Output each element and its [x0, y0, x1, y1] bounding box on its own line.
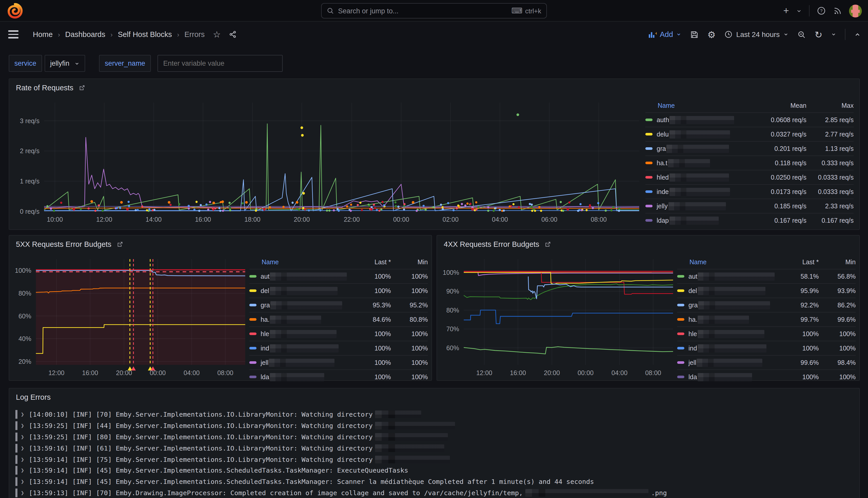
panel-title[interactable]: Rate of Requests	[16, 84, 86, 92]
zoom-out-icon[interactable]	[797, 30, 806, 39]
legend-series-name[interactable]: inde	[645, 184, 753, 199]
log-expand-chevron-icon[interactable]: ❯	[21, 445, 24, 451]
grafana-logo-icon[interactable]	[7, 3, 23, 19]
panel-title[interactable]: 5XX Requests Error Budgets	[16, 240, 124, 248]
refresh-icon[interactable]: ↻	[815, 29, 822, 40]
err5-chart-svg[interactable]: 20%40%60%80%100%12:0016:0020:0000:0004:0…	[11, 254, 247, 380]
log-expand-chevron-icon[interactable]: ❯	[21, 434, 24, 440]
legend-header-name[interactable]: Name	[645, 101, 753, 113]
help-icon[interactable]: ?	[817, 6, 826, 15]
legend-series-name[interactable]: del	[249, 283, 349, 298]
err4-chart[interactable]: 60%70%80%90%100%12:0016:0020:0000:0004:0…	[439, 254, 675, 382]
log-expand-chevron-icon[interactable]: ❯	[21, 411, 24, 418]
log-line[interactable]: ❯[13:59:25] [INF] [80] Emby.Server.Imple…	[15, 431, 854, 443]
series-grafana	[44, 174, 639, 211]
legend-series-name[interactable]: del	[677, 283, 777, 298]
favorite-star-icon[interactable]: ☆	[213, 29, 221, 40]
new-button[interactable]: +	[783, 5, 789, 16]
settings-gear-icon[interactable]: ⚙	[707, 29, 716, 40]
menu-toggle-icon[interactable]	[8, 30, 18, 39]
legend-value: 100%	[777, 326, 819, 341]
log-expand-chevron-icon[interactable]: ❯	[21, 422, 24, 429]
share-icon[interactable]	[229, 30, 237, 39]
collapse-chevron-up-icon[interactable]	[854, 31, 861, 38]
legend-series-name[interactable]: gra	[645, 141, 753, 156]
legend-series-name[interactable]: jell	[677, 355, 777, 369]
log-expand-chevron-icon[interactable]: ❯	[21, 467, 24, 474]
log-line[interactable]: ❯[13:59:25] [INF] [44] Emby.Server.Imple…	[15, 420, 854, 432]
legend-header-mean[interactable]: Mean	[753, 101, 806, 113]
legend-header-max[interactable]: Max	[806, 101, 854, 113]
noise-dot	[361, 209, 363, 211]
legend-header-last[interactable]: Last *	[349, 257, 391, 269]
legend-series-name[interactable]: gra	[249, 298, 349, 312]
breadcrumb-folder[interactable]: Self Host Blocks	[118, 30, 172, 39]
x-tick-label: 16:00	[82, 369, 98, 376]
annotation-marker[interactable]	[131, 366, 136, 370]
legend-header-min[interactable]: Min	[391, 257, 428, 269]
breadcrumb-dashboards[interactable]: Dashboards	[65, 30, 105, 39]
variable-service-select[interactable]: jellyfin	[45, 55, 85, 72]
external-link-icon[interactable]	[79, 84, 86, 91]
panel-title[interactable]: Log Errors	[16, 393, 51, 401]
legend-series-name[interactable]: ldap	[645, 213, 753, 227]
series-color-pill	[249, 333, 256, 335]
add-panel-button[interactable]: + Add	[648, 30, 681, 39]
legend-series-name[interactable]: lda	[249, 369, 349, 384]
log-line[interactable]: ❯[13:59:14] [INF] [45] Emby.Server.Imple…	[15, 465, 854, 476]
legend-series-name[interactable]: auth	[645, 113, 753, 127]
new-chevron-down-icon[interactable]	[796, 8, 802, 14]
noise-dot	[219, 210, 221, 212]
err4-chart-svg[interactable]: 60%70%80%90%100%12:0016:0020:0000:0004:0…	[439, 254, 675, 380]
noise-dot	[374, 207, 376, 209]
log-line[interactable]: ❯[13:59:13] [INF] [70] Emby.Drawing.Imag…	[15, 487, 854, 498]
log-line[interactable]: ❯[13:59:16] [INF] [61] Emby.Server.Imple…	[15, 443, 854, 454]
data-dot	[263, 208, 266, 211]
legend-series-name[interactable]: ha.t	[645, 156, 753, 170]
log-expand-chevron-icon[interactable]: ❯	[21, 478, 24, 485]
legend-series-name[interactable]: lda	[677, 369, 777, 384]
legend-series-name[interactable]: delu	[645, 127, 753, 141]
legend-header-last[interactable]: Last *	[777, 257, 819, 269]
rate-chart[interactable]: 0 req/s1 req/s2 req/s3 req/s10:0012:0014…	[14, 96, 642, 231]
legend-series-name[interactable]: ha.	[249, 312, 349, 326]
rate-chart-svg[interactable]: 0 req/s1 req/s2 req/s3 req/s10:0012:0014…	[14, 96, 642, 229]
legend-header-min[interactable]: Min	[819, 257, 856, 269]
legend-series-name[interactable]: ha.	[677, 312, 777, 326]
legend-series-name[interactable]: ind	[677, 341, 777, 355]
log-line[interactable]: ❯[13:59:14] [INF] [75] Emby.Server.Imple…	[15, 454, 854, 465]
log-line[interactable]: ❯[14:00:10] [INF] [70] Emby.Server.Imple…	[15, 409, 854, 420]
legend-series-name[interactable]: jell	[249, 355, 349, 369]
save-dashboard-icon[interactable]	[690, 30, 699, 39]
legend-header-name[interactable]: Name	[677, 257, 777, 269]
legend-series-name[interactable]: gra	[677, 298, 777, 312]
panel-title[interactable]: 4XX Requests Error Budgets	[444, 240, 551, 248]
legend-series-name[interactable]: hled	[645, 170, 753, 184]
legend-series-name[interactable]: ind	[249, 341, 349, 355]
variable-server-name-input[interactable]	[158, 55, 283, 72]
refresh-chevron-down-icon[interactable]	[831, 32, 836, 37]
time-range-picker[interactable]: Last 24 hours	[724, 30, 788, 39]
legend-series-name[interactable]: jelly	[645, 199, 753, 213]
err5-chart[interactable]: 20%40%60%80%100%12:0016:0020:0000:0004:0…	[11, 254, 247, 382]
y-tick-label: 70%	[446, 325, 459, 332]
noise-dot	[475, 201, 477, 204]
legend-series-name[interactable]: aut	[249, 269, 349, 283]
legend-series-name[interactable]: hle	[249, 326, 349, 341]
external-link-icon[interactable]	[544, 241, 551, 248]
redacted-text	[270, 373, 324, 381]
log-expand-chevron-icon[interactable]: ❯	[21, 489, 24, 496]
search-input[interactable]: Search or jump to... ⌨ ctrl+k	[321, 3, 547, 18]
log-line[interactable]: ❯[13:59:14] [INF] [45] Emby.Server.Imple…	[15, 476, 854, 487]
breadcrumb-home[interactable]: Home	[33, 30, 53, 39]
external-link-icon[interactable]	[117, 241, 124, 248]
noise-dot	[395, 205, 397, 207]
news-rss-icon[interactable]	[833, 6, 842, 15]
log-expand-chevron-icon[interactable]: ❯	[21, 456, 24, 462]
user-avatar[interactable]	[849, 4, 862, 17]
log-level-bar	[15, 466, 17, 475]
legend-series-name[interactable]: hle	[677, 326, 777, 341]
legend-header-name[interactable]: Name	[249, 257, 349, 269]
legend-series-name[interactable]: aut	[677, 269, 777, 283]
noise-dot	[610, 209, 612, 211]
